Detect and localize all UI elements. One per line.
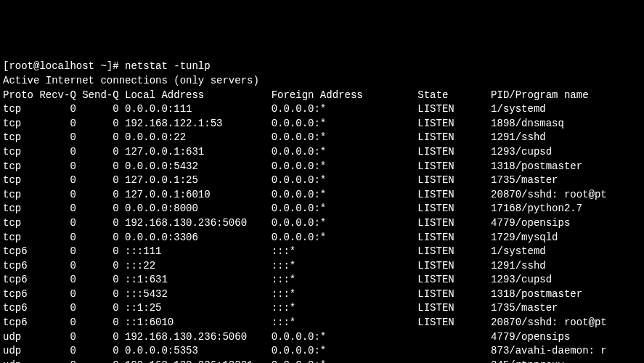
connections-header: Active Internet connections (only server… — [3, 74, 641, 89]
column-headers: Proto Recv-Q Send-Q Local Address Foreig… — [3, 89, 641, 103]
table-row: tcp6 0 0 :::5432 :::* LISTEN 1318/postma… — [3, 287, 641, 302]
table-row: udp 0 0 192.168.130.236:12221 0.0.0.0:* … — [3, 359, 641, 363]
table-row: tcp6 0 0 ::1:631 :::* LISTEN 1293/cupsd — [3, 273, 641, 287]
table-row: tcp6 0 0 ::1:6010 :::* LISTEN 20870/sshd… — [3, 316, 641, 330]
table-row: tcp 0 0 0.0.0.0:8000 0.0.0.0:* LISTEN 17… — [3, 202, 641, 216]
table-row: tcp 0 0 0.0.0.0:5432 0.0.0.0:* LISTEN 13… — [3, 160, 641, 174]
table-row: udp 0 0 192.168.130.236:5060 0.0.0.0:* 4… — [3, 330, 641, 345]
table-row: tcp6 0 0 ::1:25 :::* LISTEN 1735/master — [3, 301, 641, 316]
table-row: tcp 0 0 0.0.0.0:22 0.0.0.0:* LISTEN 1291… — [3, 131, 641, 145]
table-row: tcp 0 0 0.0.0.0:3306 0.0.0.0:* LISTEN 17… — [3, 231, 641, 245]
shell-prompt[interactable]: [root@localhost ~]# netstat -tunlp — [3, 60, 641, 74]
table-row: tcp 0 0 192.168.122.1:53 0.0.0.0:* LISTE… — [3, 117, 641, 131]
table-row: tcp 0 0 127.0.0.1:25 0.0.0.0:* LISTEN 17… — [3, 174, 641, 188]
table-row: udp 0 0 0.0.0.0:5353 0.0.0.0:* 873/avahi… — [3, 344, 641, 359]
table-row: tcp6 0 0 :::22 :::* LISTEN 1291/sshd — [3, 259, 641, 274]
table-row: tcp6 0 0 :::111 :::* LISTEN 1/systemd — [3, 245, 641, 259]
table-row: tcp 0 0 0.0.0.0:111 0.0.0.0:* LISTEN 1/s… — [3, 102, 641, 117]
table-row: tcp 0 0 127.0.0.1:6010 0.0.0.0:* LISTEN … — [3, 188, 641, 203]
table-row: tcp 0 0 127.0.0.1:631 0.0.0.0:* LISTEN 1… — [3, 145, 641, 160]
table-row: tcp 0 0 192.168.130.236:5060 0.0.0.0:* L… — [3, 216, 641, 231]
